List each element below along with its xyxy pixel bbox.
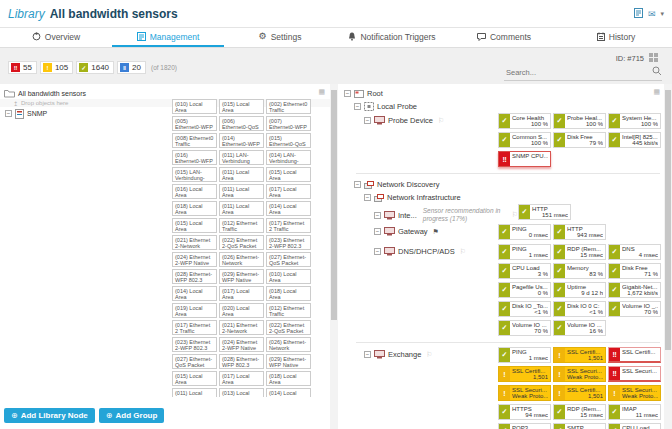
report-icon[interactable] (634, 8, 643, 20)
library-sensor-item[interactable]: (010) Local Area (266, 269, 311, 284)
library-sensor-item[interactable]: (011) LAN-Verbindung (219, 150, 264, 165)
expander-icon[interactable]: − (364, 117, 371, 124)
library-sensor-item[interactable]: (018) Local Area (266, 286, 311, 301)
sensor-box[interactable]: ✓Disk IO 0 C:<1 % (553, 301, 606, 317)
sensor-box[interactable]: !SSL Securi...Weak Proto... (553, 366, 606, 382)
library-sensor-item[interactable]: (029) Ethernet-WFP Native (219, 269, 264, 284)
expander-icon[interactable]: − (5, 110, 12, 117)
sensor-box[interactable]: ✓Volume IO _...70 % (608, 301, 661, 317)
library-sensor-item[interactable]: (002) Ethernet0 Traffic (266, 99, 311, 114)
count-down[interactable]: ‼55 (8, 61, 37, 74)
library-sensor-item[interactable]: (021) Ethernet 2-Network (172, 235, 217, 250)
library-sensor-item[interactable]: (028) Ethernet-WFP 802.3 (219, 354, 264, 369)
library-sensor-item[interactable]: (018) Local Area (266, 371, 311, 386)
library-sensor-item[interactable]: (022) Ethernet 2-QoS Packet (266, 320, 311, 335)
sensor-box[interactable]: ✓Core Health100 % (498, 113, 551, 129)
library-sensor-item[interactable]: (011) Local Area (219, 184, 264, 199)
library-sensor-item[interactable]: (011) Local Area (219, 167, 264, 182)
right-scrollbar-thumb[interactable] (665, 90, 671, 350)
expander-icon[interactable]: − (354, 103, 361, 110)
library-sensor-item[interactable]: (017) Local Area (219, 371, 264, 386)
sensor-box[interactable]: ✓Uptime9 d 12 h (553, 282, 606, 298)
tab-comments[interactable]: Comments (448, 28, 560, 47)
library-sensor-item[interactable]: (015) Local Area (172, 218, 217, 233)
sensor-box[interactable]: ✓CPU Load3 % (498, 263, 551, 279)
count-paused[interactable]: ‖20 (117, 61, 146, 74)
device-row-dns-dhcp-ads[interactable]: −DNS/DHCP/ADS⚐ (342, 244, 498, 256)
search-input[interactable] (504, 67, 648, 78)
tab-history[interactable]: History (560, 28, 672, 47)
sensor-box[interactable]: ‼SSL Certifi... (608, 347, 661, 363)
sensor-box[interactable]: ✓Pagefile Us...0 % (498, 282, 551, 298)
device-row-exchange[interactable]: −Exchange⚐ (342, 347, 498, 359)
sensor-box[interactable]: ✓Volume IO ...16 % (553, 320, 606, 336)
library-sensor-item[interactable]: (029) Ethernet-WFP Native (266, 354, 311, 369)
library-sensor-item[interactable]: (015) LAN-Verbindung- (172, 167, 217, 182)
library-sensor-item[interactable]: (015) Local Area (219, 99, 264, 114)
right-scrollbar[interactable] (664, 84, 672, 429)
tree-node-root[interactable]: −Root (342, 87, 664, 100)
library-sensor-item[interactable]: (020) Local Area (219, 303, 264, 318)
expander-icon[interactable]: − (374, 228, 381, 235)
tree-node-local-probe[interactable]: −Local Probe (342, 100, 664, 113)
library-sensor-item[interactable]: (010) Local Area (172, 99, 217, 114)
library-sensor-item[interactable]: (018) Local Area (172, 201, 217, 216)
expander-icon[interactable]: − (344, 90, 351, 97)
sensor-box[interactable]: ✓PING0 msec (498, 224, 551, 240)
sensor-box[interactable]: ✓Volume IO ...70 % (498, 320, 551, 336)
library-sensor-item[interactable]: (027) Ethernet-QoS Packet (266, 252, 311, 267)
panel-options-icon[interactable]: ▦ (318, 88, 325, 96)
library-sensor-item[interactable]: (026) Ethernet-Network (266, 337, 311, 352)
tab-overview[interactable]: Overview (0, 28, 112, 47)
sensor-box[interactable]: ✓DNS4 msec (608, 244, 661, 260)
library-sensor-item[interactable]: (017) Ethernet 2 Traffic (172, 320, 217, 335)
expander-icon[interactable]: − (374, 248, 381, 255)
sensor-box[interactable]: !SSL Certifi...1,501 (498, 366, 551, 382)
library-sensor-item[interactable]: (016) Local Area (172, 184, 217, 199)
sensor-box[interactable]: ✓System He...100 % (608, 113, 661, 129)
library-sensor-item[interactable]: (026) Ethernet-Network (219, 252, 264, 267)
device-row-inte-[interactable]: −Inte...Sensor recommendation in progres… (342, 204, 518, 223)
sensor-box[interactable]: ✓RDP (Rem...15 msec (553, 404, 606, 420)
sensor-box[interactable]: !SSL Certifi...1,501 (553, 347, 606, 363)
library-sensor-item[interactable]: (017) Local Area (219, 286, 264, 301)
sensor-box[interactable]: ✓PING1 msec (498, 347, 551, 363)
library-sensor-item[interactable]: (024) Ethernet 2-WFP Native (219, 337, 264, 352)
left-scrollbar-thumb[interactable] (331, 90, 337, 320)
sensor-box[interactable]: ✓Probe Heal...100 % (553, 113, 606, 129)
sensor-box[interactable]: ✓HTTP151 msec (518, 204, 571, 220)
sensor-box[interactable]: !SSL Securi...Weak Proto... (498, 385, 551, 401)
sensor-box[interactable]: ✓SMTP (553, 423, 606, 429)
expander-icon[interactable]: − (354, 181, 361, 188)
library-sensor-item[interactable]: (023) Ethernet 2-WFP 802.3 (266, 235, 311, 250)
library-sensor-item[interactable]: (013) Local Area (219, 388, 264, 397)
sensor-box[interactable]: ✓HTTP943 msec (553, 224, 606, 240)
sensor-box[interactable]: ✓Common S...100 % (498, 132, 551, 148)
panel-options-icon[interactable]: ▦ (653, 88, 660, 96)
sensor-box[interactable]: !SSL Securi...Weak Proto... (608, 385, 661, 401)
chevron-down-icon[interactable]: ▾ (660, 10, 664, 18)
library-sensor-item[interactable]: (014) LAN-Verbindung-QoS (266, 150, 311, 165)
qr-grid-icon[interactable] (649, 53, 658, 64)
library-sensor-item[interactable]: (011) Local Area (172, 388, 217, 397)
library-sensor-item[interactable]: (014) Ethernet0-WFP Native (219, 133, 264, 148)
library-sensor-item[interactable]: (012) Ethernet Traffic (219, 218, 264, 233)
sensor-box[interactable]: !SSL Certifi...1,501 (553, 385, 606, 401)
sensor-box[interactable]: ✓HTTPS94 msec (498, 404, 551, 420)
library-sensor-item[interactable]: (015) Local Area (266, 167, 311, 182)
sensor-box[interactable]: ✓Gigabit-Net...1,672 kbit/s (608, 282, 661, 298)
library-sensor-item[interactable]: (006) Ethernet0-QoS Packet (219, 116, 264, 131)
sensor-box[interactable]: ✓POP3 (498, 423, 551, 429)
library-sensor-item[interactable]: (017) Ethernet 2 Traffic (266, 218, 311, 233)
tab-management[interactable]: Management (112, 28, 224, 47)
sensor-box[interactable]: ✓Disk IO _To...<1 % (498, 301, 551, 317)
library-sensor-item[interactable]: (015) Local Area (172, 371, 217, 386)
sensor-box[interactable]: ✓IMAP11 msec (608, 404, 661, 420)
sensor-box[interactable]: ✓Memory83 % (553, 263, 606, 279)
library-sensor-item[interactable]: (005) Ethernet0-WFP Native (172, 116, 217, 131)
sensor-box[interactable]: ✓RDP (Rem...15 msec (553, 244, 606, 260)
library-sensor-item[interactable]: (028) Ethernet-WFP 802.3 (172, 269, 217, 284)
library-sensor-item[interactable]: (012) Ethernet Traffic (266, 303, 311, 318)
sensor-box[interactable]: ✓Disk Free79 % (553, 132, 606, 148)
count-warning[interactable]: !105 (40, 61, 73, 74)
